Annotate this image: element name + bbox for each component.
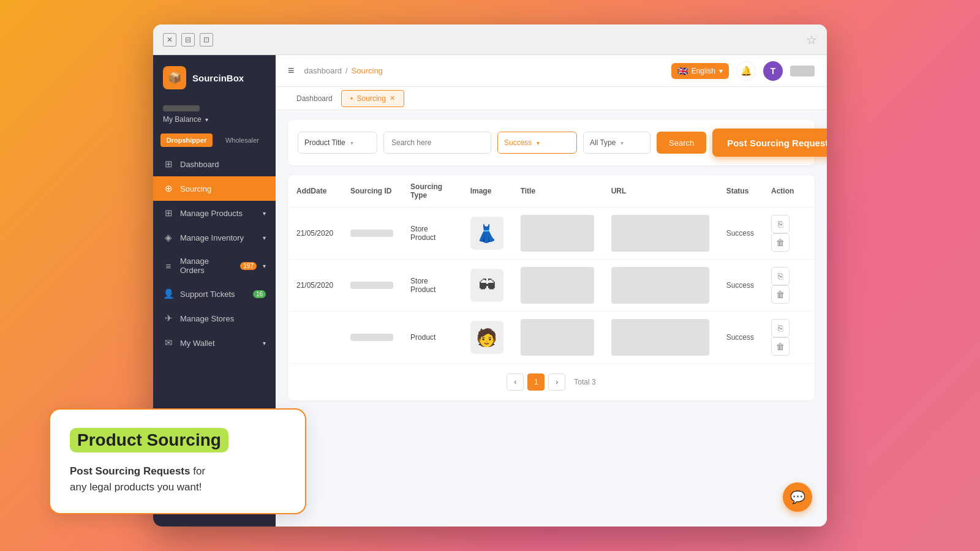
- tooltip-body: Post Sourcing Requests forany legal prod…: [70, 463, 285, 495]
- product-image: 🧑: [470, 321, 503, 354]
- sidebar-item-dashboard[interactable]: ⊞ Dashboard: [153, 152, 276, 176]
- row2-image: 🕶: [462, 260, 512, 312]
- balance-arrow-icon[interactable]: ▾: [205, 116, 208, 123]
- support-badge: 16: [253, 290, 266, 298]
- maximize-btn[interactable]: ⊟: [181, 33, 195, 47]
- sidebar-item-my-wallet[interactable]: ✉ My Wallet ▾: [153, 331, 276, 355]
- sidebar-item-manage-inventory[interactable]: ◈ Manage Inventory ▾: [153, 225, 276, 250]
- breadcrumb-home[interactable]: dashboard: [304, 66, 342, 75]
- sidebar-item-manage-products[interactable]: ⊞ Manage Products ▾: [153, 201, 276, 225]
- bell-icon: 🔔: [741, 66, 752, 77]
- view-action-btn[interactable]: ⎘: [771, 215, 790, 233]
- sidebar-item-support-tickets[interactable]: 👤 Support Tickets 16: [153, 282, 276, 306]
- breadcrumb-sep: /: [345, 66, 348, 75]
- wallet-icon: ✉: [163, 337, 174, 348]
- breadcrumb: dashboard / Sourcing: [304, 66, 383, 75]
- logo-icon: 📦: [163, 66, 186, 89]
- bookmark-star-icon[interactable]: ☆: [806, 32, 817, 47]
- avatar[interactable]: T: [763, 61, 783, 81]
- filter-row: Product Title ▾ Success ▾ All Type ▾ Sea…: [288, 120, 815, 165]
- view-action-btn-3[interactable]: ⎘: [771, 319, 790, 337]
- row2-status: Success: [718, 260, 763, 312]
- search-button[interactable]: Search: [657, 132, 706, 154]
- sidebar-item-manage-stores[interactable]: ✈ Manage Stores: [153, 306, 276, 331]
- expand-arrow-icon: ▾: [263, 210, 266, 217]
- row3-id: [342, 312, 402, 364]
- lang-label: English: [692, 67, 715, 75]
- row3-action: ⎘ 🗑: [763, 312, 815, 364]
- manage-products-icon: ⊞: [163, 208, 174, 219]
- wholesaler-tab[interactable]: Wholesaler: [216, 133, 268, 147]
- filter-arrow-icon: ▾: [350, 140, 353, 146]
- type-filter[interactable]: All Type ▾: [583, 132, 650, 154]
- col-status: Status: [718, 175, 763, 208]
- close-btn[interactable]: ✕: [163, 33, 176, 47]
- tooltip-card: Product Sourcing Post Sourcing Requests …: [49, 408, 306, 514]
- row1-title: [512, 208, 603, 260]
- minimize-btn[interactable]: ⊡: [200, 33, 213, 47]
- language-selector[interactable]: 🇬🇧 English ▾: [671, 63, 729, 79]
- delete-action-btn-3[interactable]: 🗑: [771, 337, 790, 356]
- col-sourcingtype: Sourcing Type: [402, 175, 462, 208]
- table-row: Product 🧑 Success ⎘: [288, 312, 815, 364]
- sidebar-item-manage-orders[interactable]: ≡ Manage Orders 197 ▾: [153, 250, 276, 282]
- pagination: ‹ 1 › Total 3: [288, 364, 815, 400]
- row1-url: [603, 208, 718, 260]
- prev-page-btn[interactable]: ‹: [507, 373, 524, 391]
- browser-titlebar: ✕ ⊟ ⊡ ☆: [153, 24, 827, 55]
- row2-id: [342, 260, 402, 312]
- delete-action-btn[interactable]: 🗑: [771, 233, 790, 252]
- dropshipper-tab[interactable]: Dropshipper: [160, 133, 213, 147]
- post-sourcing-button[interactable]: Post Sourcing Request: [712, 129, 827, 157]
- row3-url: [603, 312, 718, 364]
- orders-badge: 197: [240, 262, 257, 270]
- product-image: 👗: [470, 217, 503, 250]
- tab-sourcing[interactable]: ● Sourcing ✕: [341, 90, 404, 107]
- row2-action: ⎘ 🗑: [763, 260, 815, 312]
- delete-action-btn-2[interactable]: 🗑: [771, 285, 790, 304]
- product-image: 🕶: [470, 269, 503, 302]
- product-img-emoji: 👗: [470, 217, 503, 250]
- row3-type: Product: [402, 312, 462, 364]
- flag-icon: 🇬🇧: [677, 66, 688, 76]
- hamburger-icon[interactable]: ≡: [288, 64, 295, 77]
- product-img-emoji: 🕶: [470, 269, 503, 302]
- tab-dashboard[interactable]: Dashboard: [288, 91, 341, 107]
- search-input[interactable]: [383, 132, 491, 154]
- browser-controls: ✕ ⊟ ⊡: [163, 33, 213, 47]
- orders-icon: ≡: [163, 261, 174, 271]
- user-type-tabs: Dropshipper Wholesaler: [153, 129, 276, 152]
- row1-status: Success: [718, 208, 763, 260]
- row1-id: [342, 208, 402, 260]
- row2-title: [512, 260, 603, 312]
- row1-type: Store Product: [402, 208, 462, 260]
- col-action: Action: [763, 175, 815, 208]
- next-page-btn[interactable]: ›: [548, 373, 565, 391]
- dashboard-icon: ⊞: [163, 159, 174, 170]
- total-label: Total 3: [574, 378, 595, 386]
- view-action-btn-2[interactable]: ⎘: [771, 267, 790, 285]
- chat-fab-button[interactable]: 💬: [783, 482, 812, 512]
- content-area: Product Title ▾ Success ▾ All Type ▾ Sea…: [276, 110, 827, 527]
- product-title-filter[interactable]: Product Title ▾: [298, 132, 377, 154]
- row2-url: [603, 260, 718, 312]
- sidebar-item-sourcing[interactable]: ⊕ Sourcing: [153, 176, 276, 201]
- logo-text: SourcinBox: [192, 73, 244, 83]
- lang-arrow-icon: ▾: [719, 67, 723, 75]
- balance-section: My Balance ▾: [153, 100, 276, 129]
- main-content: ≡ dashboard / Sourcing 🇬🇧 English ▾ 🔔: [276, 55, 827, 527]
- tab-close-icon[interactable]: ✕: [390, 94, 395, 102]
- row2-type: Store Product: [402, 260, 462, 312]
- breadcrumb-current: Sourcing: [352, 66, 383, 75]
- product-img-emoji: 🧑: [470, 321, 503, 354]
- row3-image: 🧑: [462, 312, 512, 364]
- notification-button[interactable]: 🔔: [736, 61, 756, 81]
- status-filter[interactable]: Success ▾: [497, 132, 577, 154]
- balance-label: My Balance ▾: [163, 115, 266, 124]
- expand-arrow-icon-2: ▾: [263, 234, 266, 241]
- row1-image: 👗: [462, 208, 512, 260]
- chat-icon: 💬: [790, 490, 805, 504]
- table-row: 21/05/2020 Store Product 🕶: [288, 260, 815, 312]
- page-1-btn[interactable]: 1: [527, 373, 545, 391]
- col-image: Image: [462, 175, 512, 208]
